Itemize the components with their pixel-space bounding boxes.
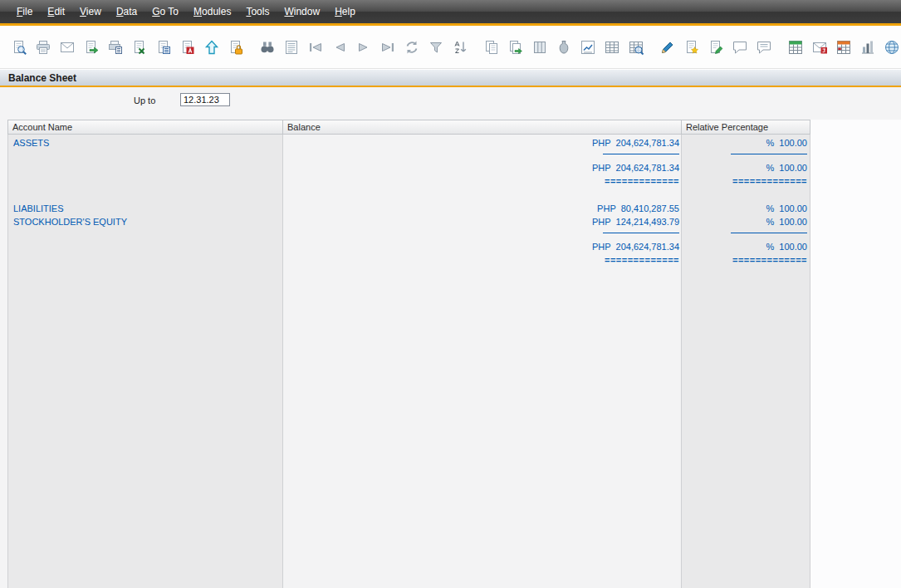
print-icon[interactable] xyxy=(35,39,51,56)
percent-value: % 100.00 xyxy=(682,240,810,253)
report-area: Up to Account Name Balance Relative Perc… xyxy=(0,87,901,588)
chart-icon[interactable] xyxy=(580,39,596,56)
first-record-icon[interactable] xyxy=(307,39,324,56)
toolbar-group xyxy=(787,39,900,56)
menu-tools[interactable]: Tools xyxy=(238,2,277,22)
report-table: Account Name Balance Relative Percentage… xyxy=(7,120,810,588)
menu-go-to[interactable]: Go To xyxy=(144,2,186,22)
toolbar-group xyxy=(259,39,468,56)
toolbar-group xyxy=(659,39,772,56)
filter-icon[interactable] xyxy=(428,39,444,56)
export-document-icon[interactable] xyxy=(155,39,172,56)
up-to-label: Up to xyxy=(134,96,155,105)
report-row-double-rule: ========================== xyxy=(7,253,810,267)
find-icon[interactable] xyxy=(259,39,276,56)
report-body: ASSETSPHP 204,624,781.34% 100.00PHP 204,… xyxy=(7,135,810,588)
menu-file[interactable]: File xyxy=(9,2,40,22)
protected-report-icon[interactable] xyxy=(228,39,244,56)
menu-edit[interactable]: Edit xyxy=(40,2,72,22)
report-row-rule xyxy=(7,149,810,161)
columns-icon[interactable] xyxy=(531,39,548,56)
report-row-double-rule: ========================== xyxy=(7,174,810,188)
percent-value: ============= xyxy=(682,253,810,267)
edit-icon[interactable] xyxy=(659,39,676,56)
up-to-date-input[interactable] xyxy=(180,93,230,106)
account-name xyxy=(7,240,283,253)
new-note-icon[interactable] xyxy=(683,39,700,56)
table-icon[interactable] xyxy=(604,39,620,56)
account-name xyxy=(7,174,283,188)
rule-percent xyxy=(682,148,810,161)
percent-value: ============= xyxy=(682,174,810,188)
balance-value: ============= xyxy=(283,253,682,267)
menu-window[interactable]: Window xyxy=(277,2,327,22)
menu-view[interactable]: View xyxy=(72,2,109,22)
refresh-icon[interactable] xyxy=(404,39,420,56)
previous-record-icon[interactable] xyxy=(331,39,348,56)
export-excel-icon[interactable] xyxy=(131,39,148,56)
document-header: Balance Sheet xyxy=(0,69,901,86)
email-icon[interactable] xyxy=(59,39,76,56)
upload-icon[interactable] xyxy=(203,39,220,56)
comment-icon[interactable] xyxy=(732,39,748,56)
percent-value: % 100.00 xyxy=(682,161,810,174)
copy-icon[interactable] xyxy=(483,39,500,56)
export-icon[interactable] xyxy=(83,39,100,56)
account-name: STOCKHOLDER'S EQUITY xyxy=(7,215,283,228)
rule-balance xyxy=(283,227,682,240)
right-pane xyxy=(810,120,901,588)
report-header-row: Account Name Balance Relative Percentage xyxy=(7,120,810,135)
rule-balance xyxy=(283,148,682,161)
toolbar-group xyxy=(483,39,644,56)
balance-value: PHP 80,410,287.55 xyxy=(283,202,682,215)
archive-icon[interactable] xyxy=(556,39,572,56)
toolbar xyxy=(0,26,901,69)
report-row-spacer xyxy=(7,188,810,202)
menu-modules[interactable]: Modules xyxy=(186,2,238,22)
percent-value: % 100.00 xyxy=(682,202,810,215)
export-pdf-icon[interactable] xyxy=(179,39,196,56)
mail-alert-icon[interactable] xyxy=(811,39,828,56)
toolbar-group xyxy=(11,39,244,56)
report-row-rule xyxy=(7,228,810,240)
table-search-icon[interactable] xyxy=(628,39,644,56)
column-header-relative-percentage[interactable]: Relative Percentage xyxy=(682,120,810,134)
account-name xyxy=(7,253,283,267)
menu-data[interactable]: Data xyxy=(109,2,144,22)
report-list-icon[interactable] xyxy=(283,39,300,56)
menu-bar: FileEditViewDataGo ToModulesToolsWindowH… xyxy=(0,0,901,23)
print-preview-icon[interactable] xyxy=(11,39,27,56)
report-row-total: PHP 204,624,781.34% 100.00 xyxy=(7,161,810,174)
bar-chart-icon[interactable] xyxy=(859,39,876,56)
web-icon[interactable] xyxy=(884,39,900,56)
sort-icon[interactable] xyxy=(452,39,468,56)
print-setup-icon[interactable] xyxy=(107,39,124,56)
comments-icon[interactable] xyxy=(756,39,772,56)
column-header-account-name[interactable]: Account Name xyxy=(8,120,283,134)
report-row-total: PHP 204,624,781.34% 100.00 xyxy=(7,240,810,253)
rule-percent xyxy=(682,227,810,240)
column-header-balance[interactable]: Balance xyxy=(283,120,682,134)
account-name: ASSETS xyxy=(7,136,283,149)
page-title: Balance Sheet xyxy=(8,72,76,84)
balance-value: PHP 204,624,781.34 xyxy=(283,240,682,253)
report-row-detail: LIABILITIESPHP 80,410,287.55% 100.00 xyxy=(7,202,810,215)
balance-value: ============= xyxy=(283,174,682,188)
summary-table-icon[interactable] xyxy=(835,39,852,56)
copy-to-icon[interactable] xyxy=(507,39,524,56)
last-record-icon[interactable] xyxy=(379,39,396,56)
edit-note-icon[interactable] xyxy=(708,39,724,56)
menu-help[interactable]: Help xyxy=(327,2,363,22)
schedule-icon[interactable] xyxy=(787,39,804,56)
next-record-icon[interactable] xyxy=(355,39,372,56)
account-name: LIABILITIES xyxy=(7,202,283,215)
account-name xyxy=(7,161,283,174)
balance-value: PHP 204,624,781.34 xyxy=(283,161,682,174)
